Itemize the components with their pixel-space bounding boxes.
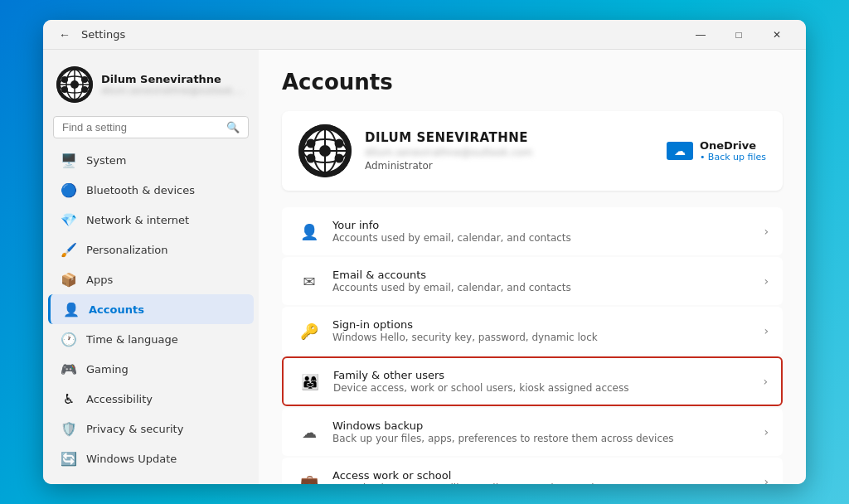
sidebar-item-time[interactable]: 🕐 Time & language [48, 324, 254, 354]
profile-name: Dilum Senevirathne [101, 73, 245, 85]
your-info-content: Your info Accounts used by email, calend… [332, 219, 757, 244]
work-school-content: Access work or school Organization resou… [332, 469, 757, 484]
settings-item-signin-options[interactable]: 🔑 Sign-in options Windows Hello, securit… [282, 307, 783, 355]
sidebar-item-accounts[interactable]: 👤 Accounts [48, 294, 254, 324]
apps-icon: 📦 [61, 272, 76, 287]
onedrive-text: OneDrive • Back up files [700, 139, 766, 162]
sidebar: Dilum Senevirathne dilum.senevirathne@ou… [43, 50, 259, 484]
sidebar-item-gaming[interactable]: 🎮 Gaming [48, 354, 254, 384]
email-accounts-icon: ✉️ [296, 268, 323, 294]
onedrive-badge: ☁ OneDrive • Back up files [667, 139, 766, 162]
your-info-icon: 👤 [296, 218, 323, 245]
profile-email: dilum.senevirathne@outlook.com [101, 85, 245, 96]
settings-window: ← Settings — □ ✕ [43, 20, 806, 484]
settings-item-family-users[interactable]: 👨‍👩‍👧 Family & other users Device access… [282, 356, 783, 406]
update-icon: 🔄 [61, 451, 76, 466]
bluetooth-icon: 🔵 [61, 182, 76, 197]
onedrive-icon: ☁ [667, 142, 693, 160]
signin-options-content: Sign-in options Windows Hello, security … [332, 318, 757, 343]
titlebar: ← Settings — □ ✕ [43, 20, 806, 50]
avatar [56, 66, 93, 103]
sidebar-label-update: Windows Update [86, 453, 177, 465]
sidebar-label-apps: Apps [86, 274, 113, 286]
sidebar-item-accessibility[interactable]: ♿ Accessibility [48, 384, 254, 414]
family-users-chevron: › [763, 375, 768, 388]
sidebar-item-network[interactable]: 💎 Network & internet [48, 205, 254, 235]
signin-options-icon: 🔑 [296, 317, 323, 344]
settings-item-windows-backup[interactable]: ☁️ Windows backup Back up your files, ap… [282, 408, 783, 456]
personalization-icon: 🖌️ [61, 242, 76, 257]
sidebar-item-personalization[interactable]: 🖌️ Personalization [48, 235, 254, 264]
sidebar-label-personalization: Personalization [86, 244, 168, 256]
sidebar-nav: 🖥️ System 🔵 Bluetooth & devices 💎 Networ… [43, 145, 259, 473]
account-avatar [298, 124, 352, 177]
sidebar-item-system[interactable]: 🖥️ System [48, 145, 254, 175]
onedrive-sub: • Back up files [700, 152, 766, 162]
sidebar-item-bluetooth[interactable]: 🔵 Bluetooth & devices [48, 175, 254, 205]
profile-info: Dilum Senevirathne dilum.senevirathne@ou… [101, 73, 245, 96]
email-accounts-content: Email & accounts Accounts used by email,… [332, 269, 757, 293]
your-info-chevron: › [764, 225, 769, 238]
work-school-desc: Organization resources like email, apps,… [332, 482, 757, 484]
close-button[interactable]: ✕ [758, 20, 796, 50]
signin-options-title: Sign-in options [332, 318, 757, 331]
privacy-icon: 🛡️ [61, 421, 76, 436]
accessibility-icon: ♿ [61, 391, 76, 406]
sidebar-label-accounts: Accounts [89, 303, 144, 316]
sidebar-item-privacy[interactable]: 🛡️ Privacy & security [48, 414, 254, 443]
sidebar-profile: Dilum Senevirathne dilum.senevirathne@ou… [43, 58, 259, 116]
sidebar-label-time: Time & language [86, 333, 178, 346]
settings-item-work-school[interactable]: 💼 Access work or school Organization res… [282, 458, 783, 484]
account-header: DILUM SENEVIRATHNE dilum.senevirathne@ou… [282, 111, 783, 191]
content-area: Dilum Senevirathne dilum.senevirathne@ou… [43, 50, 806, 484]
family-users-content: Family & other users Device access, work… [333, 369, 756, 394]
sidebar-label-network: Network & internet [86, 214, 189, 226]
work-school-chevron: › [764, 475, 769, 484]
network-icon: 💎 [61, 212, 76, 227]
sidebar-label-system: System [86, 154, 126, 167]
back-button[interactable]: ← [53, 23, 76, 46]
sidebar-label-gaming: Gaming [86, 363, 129, 376]
window-controls: — □ ✕ [682, 20, 796, 50]
windows-backup-title: Windows backup [332, 419, 757, 432]
search-icon: 🔍 [226, 121, 240, 133]
work-school-icon: 💼 [296, 468, 323, 484]
search-input[interactable] [62, 121, 220, 133]
windows-backup-chevron: › [764, 425, 769, 439]
account-email: dilum.senevirathne@outlook.com [365, 147, 653, 158]
window-title: Settings [81, 28, 682, 41]
accounts-icon: 👤 [64, 302, 79, 317]
maximize-button[interactable]: □ [720, 20, 758, 50]
settings-item-your-info[interactable]: 👤 Your info Accounts used by email, cale… [282, 207, 783, 255]
work-school-title: Access work or school [332, 469, 757, 482]
sidebar-label-privacy: Privacy & security [86, 423, 183, 435]
windows-backup-desc: Back up your files, apps, preferences to… [332, 433, 757, 444]
account-role: Administrator [365, 160, 653, 172]
email-accounts-title: Email & accounts [332, 269, 757, 281]
sidebar-label-bluetooth: Bluetooth & devices [86, 184, 195, 196]
email-accounts-chevron: › [764, 274, 769, 288]
gaming-icon: 🎮 [61, 361, 76, 376]
account-name: DILUM SENEVIRATHNE [365, 130, 653, 145]
signin-options-chevron: › [764, 324, 769, 337]
signin-options-desc: Windows Hello, security key, password, d… [332, 332, 757, 343]
page-title: Accounts [282, 70, 783, 94]
your-info-desc: Accounts used by email, calendar, and co… [332, 232, 757, 244]
family-users-icon: 👨‍👩‍👧 [297, 368, 323, 395]
main-content: Accounts [259, 50, 806, 484]
sidebar-item-apps[interactable]: 📦 Apps [48, 264, 254, 294]
account-info: DILUM SENEVIRATHNE dilum.senevirathne@ou… [365, 130, 653, 172]
system-icon: 🖥️ [61, 153, 76, 167]
family-users-title: Family & other users [333, 369, 756, 381]
minimize-button[interactable]: — [682, 20, 720, 50]
your-info-title: Your info [332, 219, 757, 231]
settings-list: 👤 Your info Accounts used by email, cale… [282, 207, 783, 484]
family-users-desc: Device access, work or school users, kio… [333, 382, 756, 394]
sidebar-item-update[interactable]: 🔄 Windows Update [48, 443, 254, 473]
settings-item-email-accounts[interactable]: ✉️ Email & accounts Accounts used by ema… [282, 257, 783, 305]
windows-backup-icon: ☁️ [296, 419, 323, 445]
onedrive-title: OneDrive [700, 139, 766, 152]
search-box[interactable]: 🔍 [53, 116, 249, 138]
email-accounts-desc: Accounts used by email, calendar, and co… [332, 282, 757, 293]
windows-backup-content: Windows backup Back up your files, apps,… [332, 419, 757, 444]
